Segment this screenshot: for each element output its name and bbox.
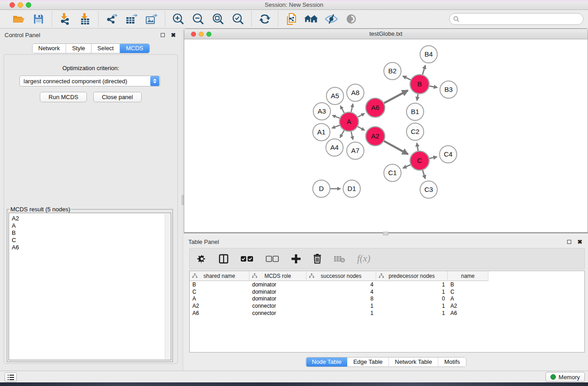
table-cell[interactable]: connector <box>249 303 306 309</box>
edge-A-A7[interactable] <box>351 131 353 139</box>
edge-B-B1[interactable] <box>417 94 418 100</box>
edge-C-C3[interactable] <box>423 170 425 179</box>
memory-button[interactable]: Memory <box>545 372 585 382</box>
node-A1[interactable]: A1 <box>313 124 330 141</box>
tab-style[interactable]: Style <box>66 44 91 53</box>
result-item[interactable]: C <box>12 237 171 244</box>
search-field[interactable] <box>449 13 583 25</box>
close-view-icon[interactable] <box>191 32 196 37</box>
tab-network-table[interactable]: Network Table <box>389 357 438 367</box>
node-A8[interactable]: A8 <box>347 84 364 101</box>
tab-motifs[interactable]: Motifs <box>438 357 466 367</box>
table-cell[interactable]: dominator <box>249 295 306 302</box>
table-cell[interactable]: dominator <box>249 281 306 288</box>
edge-A-A6[interactable] <box>358 114 364 117</box>
select-all-icon[interactable] <box>240 255 254 262</box>
table-cell[interactable]: A <box>190 295 249 302</box>
table-cell[interactable]: B <box>190 281 249 288</box>
column-header-predecessor-nodes[interactable]: predecessor nodes <box>376 271 448 281</box>
edge-A-A2[interactable] <box>358 127 364 130</box>
tab-edge-table[interactable]: Edge Table <box>347 357 389 367</box>
home-icon[interactable] <box>305 12 318 26</box>
table-cell[interactable]: 0 <box>376 295 448 302</box>
criterion-dropdown[interactable]: largest connected component (directed) <box>19 76 160 86</box>
open-folder-icon[interactable] <box>12 12 25 26</box>
column-header-successor-nodes[interactable]: successor nodes <box>306 271 376 281</box>
node-C[interactable]: C <box>410 151 429 170</box>
node-D[interactable]: D <box>313 180 330 197</box>
tab-node-table[interactable]: Node Table <box>306 357 348 367</box>
node-B4[interactable]: B4 <box>420 46 437 63</box>
export-table-icon[interactable] <box>125 12 139 26</box>
export-image-icon[interactable] <box>145 12 158 26</box>
edge-A-A5[interactable] <box>340 106 344 113</box>
close-panel-icon[interactable]: ✖ <box>170 31 177 38</box>
table-cell[interactable]: C <box>448 289 488 295</box>
zoom-out-icon[interactable] <box>191 12 205 26</box>
network-window-titlebar[interactable]: testGlobe.txt <box>184 29 588 39</box>
edge-B-B2[interactable] <box>403 76 411 80</box>
close-panel-button[interactable]: Close panel <box>93 92 142 102</box>
close-table-panel-icon[interactable]: ✖ <box>576 238 583 245</box>
zoom-fit-icon[interactable] <box>211 12 225 26</box>
table-cell[interactable]: A <box>448 295 488 302</box>
result-item[interactable]: A <box>12 222 171 229</box>
result-item[interactable]: B <box>12 229 171 237</box>
network-canvas[interactable]: B4B2BB3A8A5A6A3B1AA1C2A2A4A7C4CC1C3DD1 <box>184 39 588 232</box>
edge-A-A3[interactable] <box>332 115 339 118</box>
table-cell[interactable]: 4 <box>306 289 376 295</box>
tab-network[interactable]: Network <box>32 44 66 53</box>
tab-mcds[interactable]: MCDS <box>120 44 149 53</box>
edge-C-C4[interactable] <box>429 157 437 159</box>
node-D1[interactable]: D1 <box>343 180 360 197</box>
table-row[interactable]: A6connector11A6 <box>190 310 584 317</box>
table-cell[interactable]: 1 <box>376 303 448 309</box>
node-B[interactable]: B <box>410 75 429 94</box>
export-network-icon[interactable] <box>105 12 119 26</box>
table-cell[interactable]: connector <box>249 310 306 316</box>
edge-C-C2[interactable] <box>417 143 418 151</box>
network-graph[interactable]: B4B2BB3A8A5A6A3B1AA1C2A2A4A7C4CC1C3DD1 <box>184 39 588 233</box>
gear-icon[interactable] <box>197 254 207 264</box>
node-C2[interactable]: C2 <box>406 123 424 140</box>
show-eye-icon[interactable] <box>344 12 358 26</box>
result-item[interactable]: A6 <box>12 244 171 251</box>
table-cell[interactable]: A6 <box>448 310 488 316</box>
edge-A-A1[interactable] <box>332 125 339 128</box>
table-cell[interactable]: 1 <box>376 310 448 316</box>
edge-A-A8[interactable] <box>351 104 353 112</box>
column-header-MCDS-role[interactable]: MCDS role <box>249 271 306 281</box>
clone-network-icon[interactable] <box>285 12 298 26</box>
close-window-icon[interactable] <box>10 2 15 8</box>
edge-A-A4[interactable] <box>340 130 344 138</box>
node-A2[interactable]: A2 <box>366 127 385 146</box>
table-cell[interactable]: C <box>190 289 249 295</box>
table-cell[interactable]: A6 <box>190 310 249 316</box>
refresh-icon[interactable] <box>258 12 272 26</box>
table-cell[interactable]: B <box>448 281 488 288</box>
edge-C-C1[interactable] <box>403 165 411 168</box>
table-cell[interactable]: 1 <box>306 310 376 316</box>
trash-icon[interactable] <box>313 253 322 264</box>
minimize-window-icon[interactable] <box>18 2 23 8</box>
node-A5[interactable]: A5 <box>326 87 344 105</box>
table-cell[interactable]: 4 <box>306 281 376 288</box>
mcds-result-list[interactable]: A2ABCA6 <box>9 213 171 360</box>
edge-B-B3[interactable] <box>430 86 437 87</box>
zoom-selected-icon[interactable] <box>231 12 245 26</box>
edge-B-B4[interactable] <box>422 65 425 75</box>
run-mcds-button[interactable]: Run MCDS <box>40 92 87 102</box>
node-A7[interactable]: A7 <box>347 142 364 159</box>
zoom-in-icon[interactable] <box>172 12 185 26</box>
search-input[interactable] <box>459 14 583 24</box>
deselect-all-icon[interactable] <box>266 255 279 262</box>
splitter-handle[interactable] <box>383 232 388 235</box>
table-row[interactable]: Adominator80A <box>190 295 584 303</box>
node-C3[interactable]: C3 <box>420 181 437 198</box>
table-cell[interactable]: 1 <box>376 289 448 295</box>
maximize-view-icon[interactable] <box>206 32 211 37</box>
task-history-button[interactable] <box>5 372 17 382</box>
add-icon[interactable] <box>291 254 301 264</box>
node-B3[interactable]: B3 <box>440 81 457 98</box>
table-cell[interactable]: A2 <box>448 303 488 309</box>
